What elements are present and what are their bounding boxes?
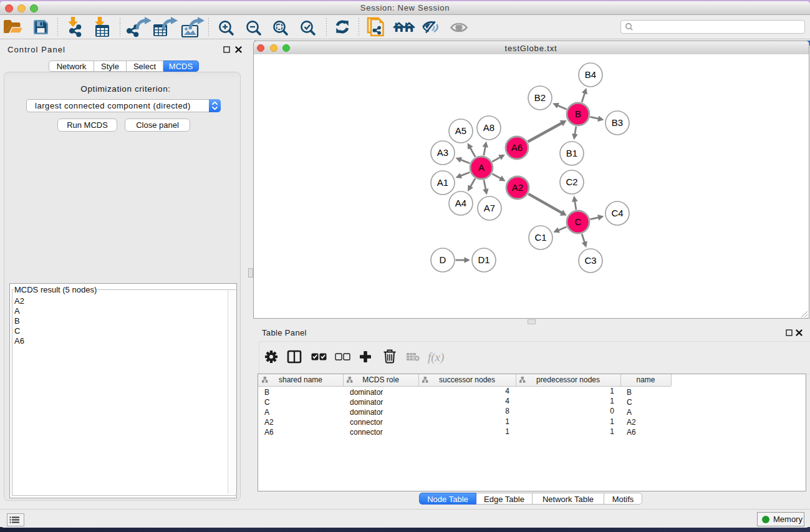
svg-text:C1: C1: [534, 232, 546, 243]
svg-text:C4: C4: [611, 208, 623, 218]
svg-text:A5: A5: [455, 125, 466, 136]
svg-text:A6: A6: [511, 142, 523, 153]
svg-text:A4: A4: [455, 198, 466, 208]
svg-text:B: B: [575, 109, 581, 119]
svg-text:f(x): f(x): [428, 351, 444, 364]
svg-text:B1: B1: [566, 148, 577, 158]
svg-text:A7: A7: [484, 203, 495, 213]
svg-text:A3: A3: [437, 147, 448, 158]
svg-text:C2: C2: [566, 177, 577, 187]
svg-text:D1: D1: [478, 254, 489, 265]
svg-text:A2: A2: [512, 182, 523, 193]
svg-text:A: A: [478, 162, 485, 173]
svg-text:C3: C3: [584, 255, 596, 266]
svg-text:D: D: [440, 254, 446, 265]
svg-text:C: C: [575, 216, 582, 227]
svg-text:A1: A1: [437, 177, 448, 188]
svg-text:A8: A8: [483, 122, 494, 133]
svg-text:B4: B4: [585, 69, 596, 80]
svg-text:B2: B2: [534, 92, 546, 103]
svg-text:B3: B3: [612, 117, 623, 128]
